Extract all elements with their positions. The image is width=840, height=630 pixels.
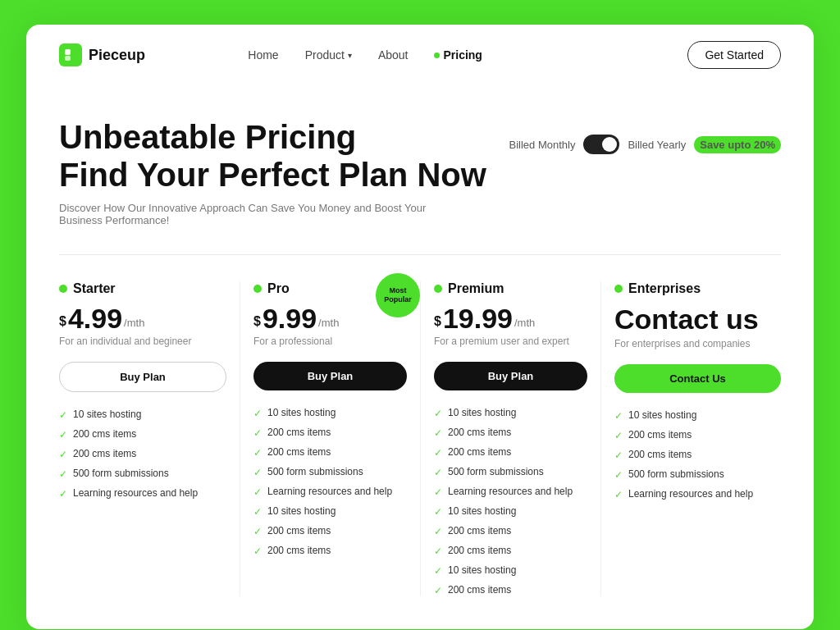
navbar: Pieceup Home Product ▾ About Pricing Get… — [26, 25, 814, 85]
list-item: ✓200 cms items — [434, 584, 587, 596]
check-icon: ✓ — [59, 409, 67, 421]
premium-buy-button[interactable]: Buy Plan — [434, 362, 587, 390]
plan-premium-label: Premium — [434, 281, 587, 296]
plan-pro-label: Pro — [253, 281, 290, 296]
pro-dot — [253, 285, 262, 293]
starter-dot — [59, 285, 67, 293]
list-item: ✓Learning resources and help — [434, 486, 587, 498]
list-item: ✓Learning resources and help — [614, 488, 781, 500]
logo-text: Pieceup — [89, 47, 145, 64]
pro-buy-button[interactable]: Buy Plan — [253, 362, 407, 390]
enterprises-features: ✓10 sites hosting ✓200 cms items ✓200 cm… — [614, 409, 781, 500]
list-item: ✓500 form submissions — [59, 468, 226, 480]
plan-enterprises: Enterprises Contact us For enterprises a… — [600, 281, 781, 596]
list-item: ✓200 cms items — [59, 448, 226, 460]
check-icon: ✓ — [614, 450, 623, 461]
logo[interactable]: Pieceup — [59, 43, 145, 66]
list-item: ✓10 sites hosting — [253, 505, 407, 518]
check-icon: ✓ — [614, 430, 623, 441]
hero-section: Unbeatable Pricing Find Your Perfect Pla… — [26, 85, 814, 246]
list-item: ✓500 form submissions — [614, 468, 781, 481]
starter-features: ✓10 sites hosting ✓200 cms items ✓200 cm… — [59, 409, 226, 500]
check-icon: ✓ — [253, 526, 262, 537]
list-item: ✓10 sites hosting — [253, 407, 407, 419]
active-dot — [434, 52, 440, 58]
check-icon: ✓ — [253, 427, 262, 439]
check-icon: ✓ — [614, 489, 623, 500]
premium-subtitle: For a premium user and expert — [434, 336, 587, 347]
nav-links: Home Product ▾ About Pricing — [248, 48, 482, 62]
enterprises-subtitle: For enterprises and companies — [614, 338, 781, 349]
main-card: Pieceup Home Product ▾ About Pricing Get… — [26, 25, 814, 629]
premium-features: ✓10 sites hosting ✓200 cms items ✓200 cm… — [434, 407, 587, 596]
nav-pricing[interactable]: Pricing — [434, 48, 482, 62]
save-badge: Save upto 20% — [694, 136, 781, 153]
plan-starter-label: Starter — [59, 281, 226, 296]
check-icon: ✓ — [253, 467, 262, 478]
check-icon: ✓ — [434, 408, 442, 419]
list-item: ✓200 cms items — [614, 449, 781, 461]
starter-subtitle: For an individual and begineer — [59, 336, 226, 347]
plan-pro: Pro Most Popular $ 9.99 /mth For a profe… — [240, 281, 420, 596]
billing-yearly-label: Billed Yearly — [628, 139, 686, 151]
pro-features: ✓10 sites hosting ✓200 cms items ✓200 cm… — [253, 407, 407, 557]
nav-cta-area: Get Started — [687, 41, 781, 69]
check-icon: ✓ — [59, 488, 67, 500]
plan-premium: Premium $ 19.99 /mth For a premium user … — [420, 281, 600, 596]
plan-starter: Starter $ 4.99 /mth For an individual an… — [59, 281, 240, 596]
check-icon: ✓ — [614, 410, 623, 422]
check-icon: ✓ — [614, 469, 623, 481]
check-icon: ✓ — [434, 427, 442, 439]
popular-badge: Most Popular — [376, 273, 420, 317]
svg-rect-1 — [65, 56, 71, 61]
check-icon: ✓ — [434, 447, 442, 459]
get-started-button[interactable]: Get Started — [687, 41, 781, 69]
check-icon: ✓ — [434, 467, 442, 478]
hero-subtext: Discover How Our Innovative Approach Can… — [59, 202, 436, 226]
svg-rect-0 — [65, 49, 71, 55]
nav-home[interactable]: Home — [248, 48, 278, 62]
check-icon: ✓ — [434, 486, 442, 498]
pricing-grid: Starter $ 4.99 /mth For an individual an… — [26, 255, 814, 629]
check-icon: ✓ — [253, 408, 262, 419]
list-item: ✓Learning resources and help — [253, 486, 407, 498]
starter-buy-button[interactable]: Buy Plan — [59, 362, 226, 392]
list-item: ✓10 sites hosting — [434, 564, 587, 577]
list-item: ✓10 sites hosting — [614, 409, 781, 422]
check-icon: ✓ — [59, 429, 67, 441]
list-item: ✓200 cms items — [614, 429, 781, 441]
nav-about[interactable]: About — [378, 48, 409, 62]
list-item: ✓10 sites hosting — [434, 505, 587, 518]
list-item: ✓200 cms items — [434, 525, 587, 537]
check-icon: ✓ — [59, 449, 67, 460]
check-icon: ✓ — [434, 546, 442, 557]
toggle-thumb — [602, 137, 617, 152]
list-item: ✓200 cms items — [434, 427, 587, 439]
list-item: ✓200 cms items — [59, 428, 226, 441]
billing-monthly-label: Billed Monthly — [509, 139, 575, 151]
list-item: ✓Learning resources and help — [59, 487, 226, 500]
enterprises-dot — [614, 285, 623, 293]
enterprises-contact-button[interactable]: Contact Us — [614, 364, 781, 393]
list-item: ✓500 form submissions — [434, 466, 587, 478]
check-icon: ✓ — [434, 585, 442, 596]
list-item: ✓500 form submissions — [253, 466, 407, 478]
chevron-down-icon: ▾ — [348, 51, 352, 60]
list-item: ✓200 cms items — [434, 545, 587, 557]
check-icon: ✓ — [434, 506, 442, 518]
list-item: ✓10 sites hosting — [434, 407, 587, 419]
nav-product[interactable]: Product ▾ — [305, 48, 352, 62]
plan-enterprises-label: Enterprises — [614, 281, 781, 296]
list-item: ✓200 cms items — [253, 446, 407, 459]
premium-dot — [434, 285, 442, 293]
list-item: ✓10 sites hosting — [59, 409, 226, 421]
check-icon: ✓ — [253, 486, 262, 498]
check-icon: ✓ — [253, 546, 262, 557]
billing-toggle-switch[interactable] — [583, 135, 619, 154]
list-item: ✓200 cms items — [434, 446, 587, 459]
check-icon: ✓ — [253, 447, 262, 459]
hero-headline: Unbeatable Pricing Find Your Perfect Pla… — [59, 118, 486, 194]
check-icon: ✓ — [253, 506, 262, 518]
pro-subtitle: For a professional — [253, 336, 407, 347]
starter-price: $ 4.99 /mth — [59, 304, 226, 332]
